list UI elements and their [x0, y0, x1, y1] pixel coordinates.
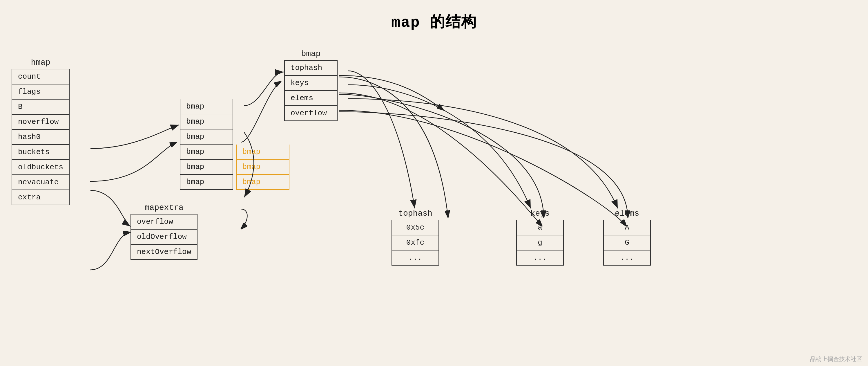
elems-val-dots: ...: [604, 251, 650, 265]
mapextra-label: mapextra: [130, 203, 197, 212]
page-title: map 的结构: [0, 0, 868, 32]
hmap-row-nevacuate: nevacuate: [12, 175, 69, 190]
hmap-row-count: count: [12, 69, 69, 84]
bucket-row-1: bmap: [180, 114, 232, 130]
bucket-row-2: bmap: [180, 130, 232, 144]
tophash-val-1: 0xfc: [392, 235, 438, 251]
hmap-row-b: B: [12, 100, 69, 115]
mapextra-struct: mapextra overflow oldOverflow nextOverfl…: [130, 203, 197, 260]
hmap-label: hmap: [11, 58, 70, 67]
keys-val-dots: ...: [517, 251, 563, 265]
bmap-detail-tophash: tophash: [285, 61, 337, 76]
hmap-row-oldbuckets: oldbuckets: [12, 160, 69, 175]
bmap-detail-struct: bmap tophash keys elems overflow: [284, 49, 338, 121]
mapextra-row-oldoverflow: oldOverflow: [131, 230, 197, 245]
elems-col-label: elems: [603, 209, 651, 218]
watermark: 品稿上掘金技术社区: [810, 355, 862, 363]
keys-col-label: keys: [516, 209, 564, 218]
tophash-col-label: tophash: [392, 209, 439, 218]
hmap-row-hash0: hash0: [12, 130, 69, 145]
hmap-row-buckets: buckets: [12, 145, 69, 160]
bucket-row-3: bmap: [180, 144, 232, 160]
bucket-row-4: bmap: [180, 160, 232, 175]
bmap-detail-elems: elems: [285, 91, 337, 106]
buckets-array: bmap bmap bmap bmap bmap bmap bmap bmap …: [180, 99, 289, 190]
tophash-val-0: 0x5c: [392, 220, 438, 235]
hmap-struct: hmap count flags B noverflow hash0 bucke…: [11, 58, 70, 205]
tophash-col-box: 0x5c 0xfc ...: [392, 220, 439, 265]
overflow-bucket-box: bmap bmap bmap: [236, 144, 289, 190]
buckets-box: bmap bmap bmap bmap bmap bmap: [180, 99, 233, 190]
bmap-detail-label: bmap: [284, 49, 338, 58]
keys-val-0: a: [517, 220, 563, 235]
tophash-col-struct: tophash 0x5c 0xfc ...: [392, 209, 439, 265]
elems-col-struct: elems A G ...: [603, 209, 651, 265]
keys-val-1: g: [517, 235, 563, 251]
keys-col-box: a g ...: [516, 220, 564, 265]
mapextra-row-overflow: overflow: [131, 215, 197, 230]
bmap-detail-box: tophash keys elems overflow: [284, 60, 338, 121]
hmap-row-extra: extra: [12, 190, 69, 205]
hmap-box: count flags B noverflow hash0 buckets ol…: [11, 69, 70, 205]
elems-val-1: G: [604, 235, 650, 251]
overflow-bucket-row-0: bmap: [237, 144, 289, 160]
bmap-detail-keys: keys: [285, 76, 337, 91]
overflow-bucket-row-2: bmap: [237, 175, 289, 189]
overflow-bucket-row-1: bmap: [237, 160, 289, 175]
bucket-row-0: bmap: [180, 99, 232, 114]
bmap-detail-overflow: overflow: [285, 106, 337, 120]
hmap-row-flags: flags: [12, 84, 69, 100]
mapextra-row-nextoverflow: nextOverflow: [131, 245, 197, 259]
keys-col-struct: keys a g ...: [516, 209, 564, 265]
elems-col-box: A G ...: [603, 220, 651, 265]
bucket-row-5: bmap: [180, 175, 232, 189]
elems-val-0: A: [604, 220, 650, 235]
mapextra-box: overflow oldOverflow nextOverflow: [130, 214, 197, 260]
hmap-row-noverflow: noverflow: [12, 115, 69, 130]
tophash-val-dots: ...: [392, 251, 438, 265]
